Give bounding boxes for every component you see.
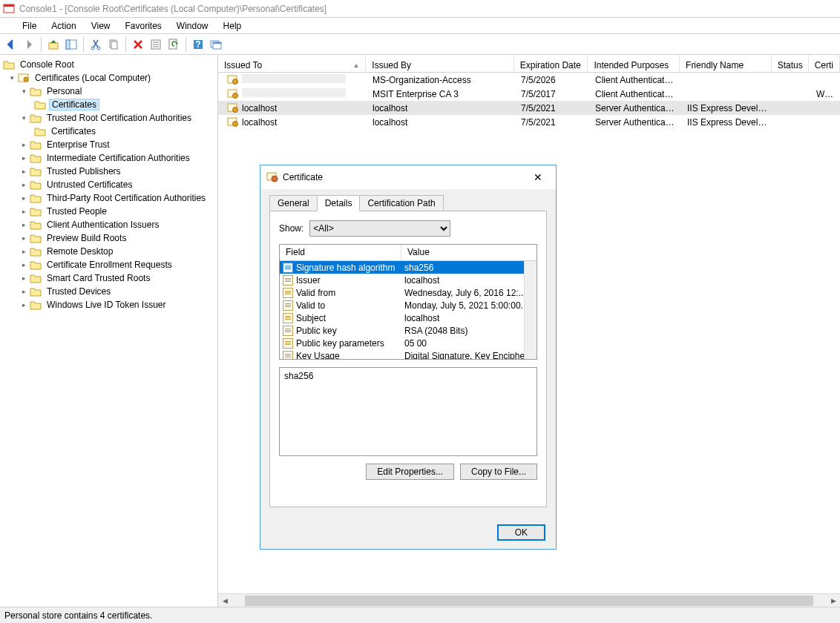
list-row[interactable]: localhostlocalhost7/5/2021Server Authent…	[218, 101, 840, 115]
toolbar-separator	[125, 37, 126, 52]
tree-item[interactable]: ▸Smart Card Trusted Roots	[0, 271, 217, 285]
copy-button[interactable]	[105, 36, 122, 53]
svg-point-20	[24, 77, 28, 82]
tab-general[interactable]: General	[269, 195, 318, 211]
chevron-right-icon[interactable]: ▸	[19, 194, 28, 202]
folder-icon	[30, 260, 42, 270]
folder-icon	[30, 220, 42, 230]
scroll-left-icon[interactable]: ◀	[218, 594, 232, 607]
menu-action[interactable]: Action	[45, 19, 82, 33]
col-expiration[interactable]: Expiration Date	[514, 55, 588, 72]
show-hide-tree-button[interactable]	[63, 36, 79, 53]
menu-window[interactable]: Window	[171, 19, 214, 33]
vertical-scrollbar[interactable]	[524, 261, 537, 359]
chevron-right-icon[interactable]: ▸	[19, 260, 28, 269]
tree-item[interactable]: ▸Untrusted Certificates	[0, 178, 217, 191]
show-label: Show:	[279, 223, 303, 234]
new-window-button[interactable]	[208, 36, 224, 53]
field-col-header[interactable]: Field	[280, 245, 401, 260]
menu-favorites[interactable]: Favorites	[119, 19, 168, 33]
tree-pane[interactable]: Console Root ▾ Certificates (Local Compu…	[0, 55, 218, 607]
field-row[interactable]: Signature hash algorithmsha256	[280, 261, 537, 274]
cut-button[interactable]	[88, 36, 104, 53]
scroll-thumb[interactable]	[245, 596, 813, 606]
field-row[interactable]: Issuerlocalhost	[280, 274, 537, 286]
tree-console-root[interactable]: Console Root	[0, 58, 217, 71]
field-row[interactable]: Subjectlocalhost	[280, 312, 537, 324]
chevron-right-icon[interactable]: ▸	[19, 140, 28, 149]
list-row[interactable]: MSIT Enterprise CA 37/5/2017Client Authe…	[218, 87, 840, 101]
tree-item[interactable]: ▸Preview Build Roots	[0, 231, 217, 245]
chevron-down-icon[interactable]: ▾	[19, 113, 28, 122]
tree-personal-certificates[interactable]: Certificates	[0, 98, 217, 111]
value-col-header[interactable]: Value	[401, 245, 436, 260]
chevron-right-icon[interactable]: ▸	[19, 234, 28, 243]
tree-item[interactable]: ▸Trusted People	[0, 205, 217, 218]
tree-item[interactable]: ▸Trusted Devices	[0, 285, 217, 298]
list-row[interactable]: MS-Organization-Access7/5/2026Client Aut…	[218, 73, 840, 87]
back-button[interactable]	[3, 36, 19, 53]
tab-details[interactable]: Details	[317, 195, 361, 211]
properties-button[interactable]	[148, 36, 164, 53]
dialog-body: General Details Certification Path Show:…	[260, 189, 556, 516]
chevron-right-icon[interactable]: ▸	[19, 247, 28, 256]
tree-trusted-root[interactable]: ▾ Trusted Root Certification Authorities	[0, 111, 217, 125]
chevron-right-icon[interactable]: ▸	[19, 220, 28, 229]
ok-button[interactable]: OK	[497, 524, 545, 541]
col-status[interactable]: Status	[772, 55, 809, 72]
menu-view[interactable]: View	[85, 19, 117, 33]
chevron-right-icon[interactable]: ▸	[19, 274, 28, 283]
value-textarea[interactable]: sha256	[279, 367, 537, 456]
scroll-right-icon[interactable]: ▶	[827, 594, 840, 607]
tab-certification-path[interactable]: Certification Path	[359, 195, 443, 211]
horizontal-scrollbar[interactable]: ◀ ▶	[218, 593, 840, 607]
help-button[interactable]: ?	[190, 36, 206, 53]
chevron-right-icon[interactable]: ▸	[19, 207, 28, 216]
window-title: Console1 - [Console Root\Certificates (L…	[19, 4, 327, 14]
list-row[interactable]: localhostlocalhost7/5/2021Server Authent…	[218, 115, 840, 129]
field-row[interactable]: Key UsageDigital Signature, Key Encipher	[280, 349, 537, 359]
up-button[interactable]	[45, 36, 62, 53]
field-row[interactable]: Public key parameters05 00	[280, 337, 537, 349]
chevron-right-icon[interactable]: ▸	[19, 287, 28, 296]
field-row[interactable]: Valid fromWednesday, July 6, 2016 12:...	[280, 286, 537, 299]
menu-file[interactable]: File	[16, 19, 42, 33]
tree-item[interactable]: ▸Intermediate Certification Authorities	[0, 151, 217, 165]
col-issued-to[interactable]: Issued To▲	[218, 55, 366, 72]
field-row[interactable]: Public keyRSA (2048 Bits)	[280, 324, 537, 337]
forward-button[interactable]	[21, 36, 37, 53]
chevron-right-icon[interactable]: ▸	[19, 180, 28, 189]
fields-rows[interactable]: Signature hash algorithmsha256Issuerloca…	[280, 261, 537, 359]
tree-trusted-root-certificates[interactable]: Certificates	[0, 125, 217, 138]
field-icon	[283, 263, 293, 273]
tree-certificates-computer[interactable]: ▾ Certificates (Local Computer)	[0, 71, 217, 85]
col-friendly[interactable]: Friendly Name	[680, 55, 772, 72]
tree-personal[interactable]: ▾ Personal	[0, 85, 217, 98]
tree-item[interactable]: ▸Client Authentication Issuers	[0, 218, 217, 231]
close-button[interactable]: ✕	[526, 168, 550, 186]
delete-button[interactable]	[130, 36, 146, 53]
tree-item[interactable]: ▸Remote Desktop	[0, 245, 217, 258]
menu-help[interactable]: Help	[217, 19, 248, 33]
col-purposes[interactable]: Intended Purposes	[588, 55, 680, 72]
col-issued-by[interactable]: Issued By	[366, 55, 513, 72]
chevron-right-icon[interactable]: ▸	[19, 300, 28, 309]
show-select[interactable]: <All>	[309, 220, 450, 237]
tree-item[interactable]: ▸Windows Live ID Token Issuer	[0, 298, 217, 312]
edit-properties-button[interactable]: Edit Properties...	[366, 464, 454, 480]
chevron-down-icon[interactable]: ▾	[7, 73, 16, 82]
dialog-title: Certificate	[283, 172, 526, 182]
tree-item[interactable]: ▸Certificate Enrollment Requests	[0, 258, 217, 271]
field-row[interactable]: Valid toMonday, July 5, 2021 5:00:00...	[280, 299, 537, 312]
chevron-right-icon[interactable]: ▸	[19, 167, 28, 176]
svg-point-24	[233, 93, 238, 98]
chevron-right-icon[interactable]: ▸	[19, 154, 28, 162]
tree-item[interactable]: ▸Trusted Publishers	[0, 165, 217, 178]
fields-listview[interactable]: Field Value Signature hash algorithmsha2…	[279, 244, 537, 360]
col-template[interactable]: Certi	[809, 55, 840, 72]
chevron-down-icon[interactable]: ▾	[19, 87, 28, 96]
refresh-button[interactable]	[165, 36, 182, 53]
tree-item[interactable]: ▸Enterprise Trust	[0, 138, 217, 151]
tree-item[interactable]: ▸Third-Party Root Certification Authorit…	[0, 191, 217, 205]
copy-to-file-button[interactable]: Copy to File...	[460, 464, 537, 480]
